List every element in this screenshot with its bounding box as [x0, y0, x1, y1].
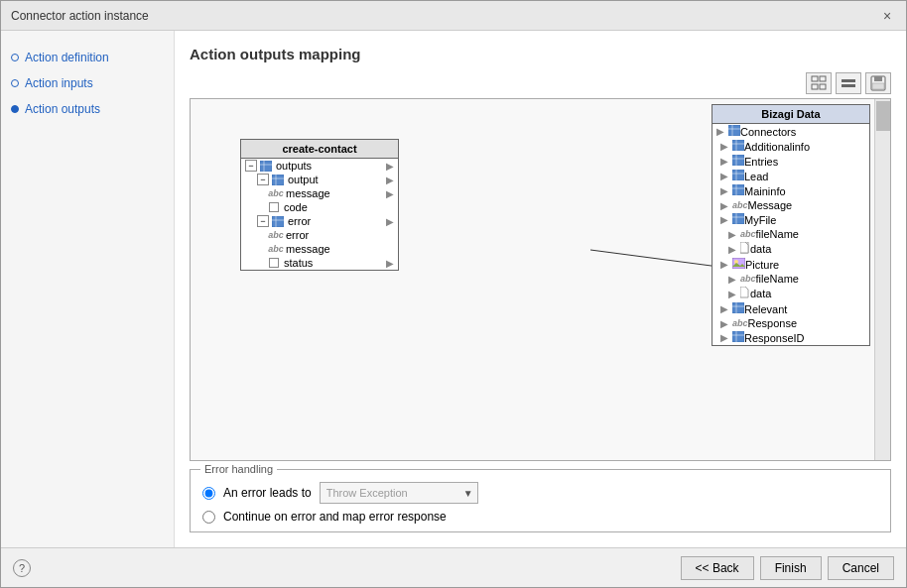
svg-rect-43: [732, 331, 744, 342]
bizagi-item[interactable]: ▶ Lead: [713, 169, 869, 183]
left-arrow: ▶: [728, 244, 740, 255]
error-option-1-label: An error leads to: [223, 486, 312, 500]
svg-rect-19: [728, 125, 740, 136]
dialog-footer: ? << Back Finish Cancel: [1, 547, 906, 587]
error-radio-2[interactable]: [202, 511, 215, 524]
svg-rect-2: [820, 76, 826, 81]
error-radio-1[interactable]: [202, 487, 215, 500]
help-button[interactable]: ?: [13, 559, 31, 577]
bizagi-item[interactable]: ▶ MyFile: [713, 212, 869, 227]
bizagi-item[interactable]: ▶ Connectors: [713, 124, 869, 139]
toolbar: [190, 72, 891, 94]
item-label: fileName: [756, 228, 799, 240]
left-arrow: ▶: [720, 156, 732, 167]
expander[interactable]: [269, 258, 279, 268]
table-icon: [732, 140, 744, 153]
expander[interactable]: −: [257, 174, 269, 185]
expand-all-button[interactable]: [806, 72, 832, 94]
expand-icon: [811, 75, 827, 91]
tree-item[interactable]: abc message: [241, 242, 398, 256]
left-arrow: ▶: [720, 185, 732, 196]
bizagi-item[interactable]: ▶ Maininfo: [713, 183, 869, 198]
bizagi-item[interactable]: ▶ abc Message: [713, 198, 869, 212]
bizagi-item[interactable]: ▶ data: [713, 241, 869, 257]
bizagi-box: Bizagi Data ▶ Connectors ▶: [712, 104, 870, 346]
sidebar-item-action-outputs[interactable]: Action outputs: [11, 102, 164, 116]
text-icon: abc: [269, 229, 283, 241]
item-label: Picture: [745, 259, 779, 271]
left-arrow: ▶: [720, 318, 732, 329]
svg-rect-8: [872, 83, 884, 89]
mapping-canvas: create-contact − outputs ▶: [191, 99, 890, 460]
back-button[interactable]: << Back: [681, 556, 754, 580]
tree-item[interactable]: abc message ▶: [241, 186, 398, 200]
collapse-all-button[interactable]: [836, 72, 861, 94]
sidebar-bullet: [11, 54, 19, 61]
tree-item[interactable]: − outputs ▶: [241, 159, 398, 173]
left-arrow: ▶: [720, 200, 732, 211]
main-content: Action outputs mapping: [175, 31, 906, 547]
bizagi-item[interactable]: ▶ Entries: [713, 154, 869, 169]
expander[interactable]: −: [257, 215, 269, 227]
close-button[interactable]: ×: [878, 7, 896, 25]
left-arrow: ▶: [720, 141, 732, 152]
item-label: data: [750, 243, 771, 255]
sidebar-item-label: Action definition: [25, 51, 109, 64]
bizagi-item[interactable]: ▶ ResponseID: [713, 330, 869, 345]
finish-button[interactable]: Finish: [760, 556, 822, 580]
item-label: Lead: [744, 171, 768, 182]
sidebar-item-action-definition[interactable]: Action definition: [11, 51, 164, 64]
item-label: message: [286, 243, 330, 255]
dropdown-value: Throw Exception: [326, 487, 408, 499]
expander[interactable]: −: [245, 160, 257, 172]
table-icon: [732, 170, 744, 182]
scrollbar-thumb[interactable]: [876, 101, 890, 131]
svg-rect-3: [820, 84, 826, 89]
left-arrow: ▶: [716, 126, 728, 137]
table-icon: [728, 125, 740, 138]
error-handling-section: Error handling An error leads to Throw E…: [190, 469, 891, 532]
throw-exception-dropdown[interactable]: Throw Exception ▼: [320, 482, 478, 504]
left-arrow: ▶: [720, 214, 732, 225]
bizagi-item[interactable]: ▶ Additionalinfo: [713, 139, 869, 154]
left-arrow: ▶: [720, 332, 732, 343]
bizagi-item[interactable]: ▶ abc Response: [713, 316, 869, 330]
svg-rect-40: [732, 302, 744, 313]
table-icon: [732, 213, 744, 226]
bizagi-item[interactable]: ▶ abc fileName: [713, 227, 869, 241]
bizagi-item[interactable]: ▶ data: [713, 286, 869, 301]
table-icon: [732, 184, 744, 197]
left-arrow: ▶: [720, 259, 732, 270]
left-arrow: ▶: [720, 303, 732, 314]
tree-item[interactable]: − error ▶: [241, 214, 398, 228]
bizagi-item[interactable]: ▶ Relevant: [713, 301, 869, 316]
sidebar-item-label: Action inputs: [25, 76, 93, 90]
table-icon: [732, 302, 744, 315]
vertical-scrollbar[interactable]: [874, 99, 890, 460]
table-icon: [259, 160, 273, 172]
collapse-icon: [841, 75, 856, 91]
cancel-button[interactable]: Cancel: [828, 556, 894, 580]
item-label: Additionalinfo: [744, 141, 810, 153]
svg-rect-5: [842, 84, 855, 87]
item-label: fileName: [756, 273, 799, 285]
table-icon: [732, 331, 744, 344]
tree-item[interactable]: code: [241, 200, 398, 214]
tree-item[interactable]: status ▶: [241, 256, 398, 270]
arrow-icon: ▶: [386, 188, 394, 199]
tree-item[interactable]: − output ▶: [241, 173, 398, 186]
arrow-icon: ▶: [386, 175, 394, 185]
sidebar-item-action-inputs[interactable]: Action inputs: [11, 76, 164, 90]
svg-rect-10: [260, 161, 272, 172]
save-button[interactable]: [865, 72, 891, 94]
left-arrow: ▶: [728, 229, 740, 240]
bizagi-item[interactable]: ▶ Picture: [713, 257, 869, 272]
expander[interactable]: [269, 202, 279, 212]
left-arrow: ▶: [720, 171, 732, 181]
svg-rect-4: [842, 79, 855, 82]
tree-item[interactable]: abc error: [241, 228, 398, 242]
bizagi-item[interactable]: ▶ abc fileName: [713, 272, 869, 286]
bizagi-box-title: Bizagi Data: [713, 105, 869, 124]
text-icon: abc: [740, 229, 756, 239]
arrow-icon: ▶: [386, 216, 394, 227]
